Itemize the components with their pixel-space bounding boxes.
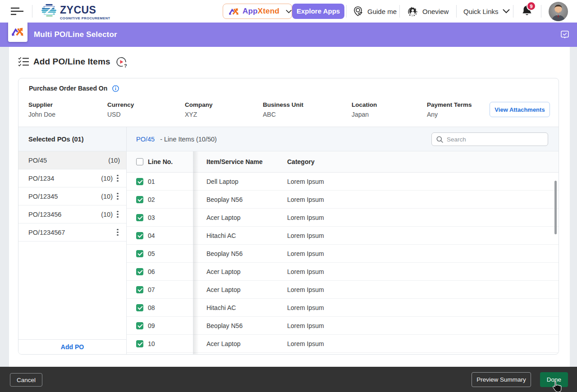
kebab-menu-icon[interactable] [115, 175, 120, 182]
line-number: 06 [148, 268, 155, 275]
field-value: John Doe [28, 111, 55, 118]
line-number: 10 [148, 340, 155, 347]
table-row: 10Acer LaptopLorem Ipsum [127, 335, 559, 353]
line-number: 07 [148, 286, 155, 293]
row-checkbox[interactable] [136, 304, 143, 311]
line-number: 09 [148, 322, 155, 329]
line-number: 01 [148, 178, 155, 185]
divider [541, 5, 541, 18]
selected-pos-panel: Selected POs (01) PO/45(10)PO/1234(10)PO… [18, 127, 127, 355]
row-checkbox[interactable] [136, 322, 143, 329]
po-summary-section: Purchase Order Based On SupplierJohn Doe… [18, 78, 559, 127]
chevron-down-icon[interactable] [286, 9, 292, 14]
search-icon [436, 136, 443, 143]
done-button[interactable]: Done [540, 372, 568, 387]
item-service-name: Beoplay N56 [193, 196, 287, 203]
app-title-bar: Multi PO/Line Selector [0, 23, 577, 47]
video-help-icon[interactable]: ? [115, 56, 127, 68]
po-name: PO/1234567 [28, 229, 113, 236]
item-service-name: Beoplay N56 [193, 322, 287, 329]
field-label: Currency [107, 101, 134, 108]
add-po-button[interactable]: Add PO [18, 339, 126, 355]
table-row: 09Beoplay N56Lorem Ipsum [127, 317, 559, 335]
oneview-button[interactable]: Oneview [407, 0, 449, 23]
notifications-bell[interactable]: 9 [521, 5, 537, 19]
divider [399, 5, 400, 18]
row-checkbox[interactable] [136, 286, 143, 293]
zycus-logo[interactable]: ZYCUS COGNITIVE PROCUREMENT [41, 4, 110, 20]
feedback-icon[interactable] [561, 31, 569, 39]
quick-links-label: Quick Links [463, 8, 499, 15]
cancel-button[interactable]: Cancel [10, 373, 42, 387]
select-all-checkbox[interactable] [136, 158, 143, 165]
location-pin-icon [353, 6, 363, 17]
item-category: Lorem Ipsum [287, 196, 559, 203]
preview-summary-button[interactable]: Preview Summary [472, 372, 531, 387]
footer-bar: Cancel Preview Summary Done [0, 367, 577, 392]
divider [513, 5, 513, 18]
po-field-currency: CurrencyUSD [107, 101, 134, 118]
appxtend-tile-icon [12, 27, 24, 37]
view-attachments-button[interactable]: View Attachments [490, 102, 550, 117]
row-checkbox[interactable] [136, 250, 143, 257]
selected-pos-list: PO/45(10)PO/1234(10)PO/12345(10)PO/12345… [18, 151, 126, 242]
item-category: Lorem Ipsum [287, 214, 559, 221]
line-number: 03 [148, 214, 155, 221]
po-list-item[interactable]: PO/123456(10) [18, 205, 126, 223]
guide-me-label: Guide me [367, 8, 397, 15]
table-header: Line No. Item/Service Name Category [127, 151, 559, 173]
po-list-item[interactable]: PO/1234(10) [18, 169, 126, 187]
search-input[interactable] [447, 136, 537, 143]
kebab-menu-icon[interactable] [115, 211, 120, 218]
field-label: Business Unit [263, 101, 303, 108]
column-item-name: Item/Service Name [193, 158, 287, 165]
item-category: Lorem Ipsum [287, 178, 559, 185]
row-checkbox[interactable] [136, 178, 143, 185]
explore-apps-button[interactable]: Explore Apps [292, 4, 344, 19]
menu-icon[interactable] [11, 7, 24, 15]
info-icon[interactable] [112, 85, 119, 92]
line-number: 02 [148, 196, 155, 203]
chevron-down-icon [503, 9, 510, 14]
appxtend-app-tile[interactable] [8, 21, 27, 42]
item-category: Lorem Ipsum [287, 304, 559, 311]
po-field-location: LocationJapan [352, 101, 377, 118]
row-checkbox[interactable] [136, 196, 143, 203]
divider [456, 5, 457, 18]
kebab-menu-icon[interactable] [115, 193, 120, 200]
item-category: Lorem Ipsum [287, 322, 559, 329]
po-list-item[interactable]: PO/45(10) [18, 151, 126, 169]
po-list-item[interactable]: PO/12345(10) [18, 187, 126, 205]
appxtend-label: AppXtend [243, 7, 279, 16]
field-value: USD [107, 111, 134, 118]
item-category: Lorem Ipsum [287, 268, 559, 275]
row-checkbox[interactable] [136, 340, 143, 347]
svg-text:?: ? [124, 63, 127, 68]
po-list-item[interactable]: PO/1234567 [18, 223, 126, 242]
field-label: Company [185, 101, 213, 108]
table-scrollbar[interactable] [554, 181, 557, 234]
po-line-count: (10) [108, 157, 120, 164]
quick-links-button[interactable]: Quick Links [463, 0, 510, 23]
notification-badge: 9 [527, 1, 536, 11]
po-name: PO/123456 [28, 211, 101, 218]
kebab-menu-icon[interactable] [115, 229, 120, 236]
row-checkbox[interactable] [136, 232, 143, 239]
appxtend-selector[interactable]: AppXtend [223, 4, 292, 19]
po-field-supplier: SupplierJohn Doe [28, 101, 55, 118]
checklist-icon [18, 57, 29, 67]
po-link[interactable]: PO/45 [136, 136, 155, 143]
user-avatar[interactable] [549, 2, 568, 21]
row-checkbox[interactable] [136, 214, 143, 221]
row-checkbox[interactable] [136, 268, 143, 275]
po-summary-title: Purchase Order Based On [29, 85, 107, 92]
po-field-payment-terms: Payment TermsAny [427, 101, 472, 118]
po-field-company: CompanyXYZ [185, 101, 213, 118]
item-service-name: Hitachi AC [193, 304, 287, 311]
field-label: Supplier [28, 101, 55, 108]
item-service-name: Hitachi AC [193, 232, 287, 239]
search-box[interactable] [431, 132, 548, 146]
guide-me-button[interactable]: Guide me [353, 0, 397, 23]
po-name: PO/45 [28, 157, 108, 164]
item-category: Lorem Ipsum [287, 286, 559, 293]
